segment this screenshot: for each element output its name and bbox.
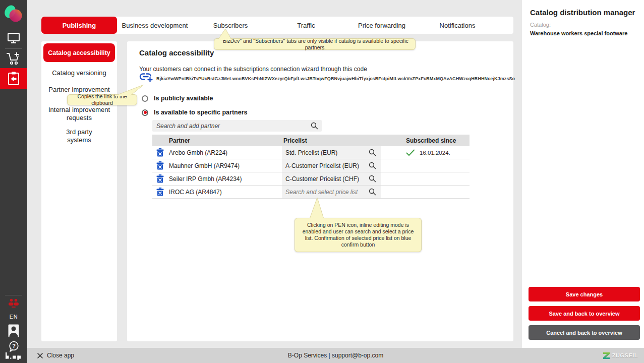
- avatar-icon[interactable]: [0, 323, 27, 338]
- partner-name: IROC AG (AR4847): [167, 189, 282, 196]
- tab-bar: Publishing Business development Subscrib…: [41, 17, 513, 34]
- nav-item-label: 3rd party systems: [59, 128, 99, 144]
- check-icon: [406, 149, 415, 156]
- language-switch[interactable]: EN: [0, 312, 27, 322]
- pricelist-search-icon[interactable]: [369, 162, 376, 169]
- sidebar-divider: [5, 295, 22, 295]
- zugseil-logo-icon: [603, 352, 610, 359]
- language-label: EN: [10, 314, 18, 320]
- search-icon[interactable]: [311, 122, 318, 130]
- tab-label: Price forwarding: [358, 22, 405, 29]
- team-icon[interactable]: [0, 298, 27, 309]
- bop-logo: [0, 351, 27, 361]
- pricelist-search-icon[interactable]: [369, 149, 376, 156]
- pricelist-value: C-Customer Pricelist (CHF): [285, 175, 359, 183]
- partner-name: Mauhner GmbH (AR9474): [167, 162, 282, 169]
- tabs-visibility-tooltip: "BizDev" and "Subscribers" tabs are only…: [214, 38, 416, 50]
- zugseil-brand-name: ZUGSEIL: [612, 352, 638, 358]
- tab-label: Business development: [122, 22, 188, 29]
- main-panel: Catalog accessibility Your customers can…: [127, 41, 513, 341]
- partner-search: [152, 120, 322, 132]
- tab-label: Traffic: [297, 22, 315, 29]
- tooltip-text: "BizDev" and "Subscribers" tabs are only…: [214, 38, 415, 51]
- panel-title: Catalog distribution manager: [530, 8, 635, 17]
- copy-link-icon[interactable]: [139, 72, 153, 83]
- svg-text:?: ?: [12, 343, 16, 349]
- col-pricelist: Pricelist: [282, 135, 406, 146]
- delete-partner-icon[interactable]: [156, 188, 164, 196]
- footer-bar: Close app B-Op Services | support@b-op.c…: [27, 348, 644, 363]
- tab-label: Notifications: [440, 22, 476, 29]
- radio-label: Is publicly available: [154, 95, 213, 102]
- table-row: Arebo Gmbh (AR224) Std. Pricelist (EUR) …: [152, 146, 470, 159]
- nav-item-label: Catalog versioning: [52, 69, 106, 77]
- left-nav: Catalog accessibility Catalog versioning…: [41, 41, 117, 341]
- table-row: Mauhner GmbH (AR9474) A-Customer Priceli…: [152, 159, 470, 172]
- zugseil-brand: ZUGSEIL: [603, 348, 638, 363]
- sidebar-divider: [5, 48, 22, 49]
- pricelist-cell[interactable]: Std. Pricelist (EUR): [282, 146, 381, 159]
- monitor-icon[interactable]: [0, 30, 27, 46]
- partner-search-input[interactable]: [156, 120, 308, 132]
- radio-circle[interactable]: [142, 95, 148, 102]
- radio-specific-partners[interactable]: Is available to specific partners: [142, 109, 248, 116]
- app-sidebar: EN ?: [0, 0, 27, 363]
- app-logo[interactable]: [0, 3, 27, 25]
- tab-traffic[interactable]: Traffic: [268, 17, 344, 34]
- tab-publishing[interactable]: Publishing: [41, 17, 117, 34]
- catalog-return-icon: [7, 71, 21, 86]
- subscribed-date: 16.01.2024.: [420, 150, 450, 156]
- pricelist-placeholder: Search and select price list: [285, 189, 358, 196]
- tooltip-text: Clicking on PEN icon, inline editing mod…: [303, 222, 414, 248]
- radio-circle-selected[interactable]: [142, 109, 148, 116]
- partner-table: Partner Pricelist Subscribed since Arebo…: [152, 135, 470, 199]
- radio-label: Is available to specific partners: [154, 109, 248, 116]
- pricelist-cell[interactable]: A-Customer Pricelist (EUR): [282, 159, 381, 172]
- service-info: B-Op Services | support@b-op.com: [27, 348, 644, 363]
- page-title: Catalog accessibility: [139, 48, 214, 57]
- tab-subscribers[interactable]: Subscribers: [193, 17, 268, 34]
- partner-name: Seiler IRP Gmbh (AR4234): [167, 175, 282, 183]
- connection-code-hint: Your customers can connect in the subscr…: [139, 66, 367, 73]
- catalog-name: Warehouse workers special footware: [530, 30, 627, 36]
- save-and-back-button[interactable]: Save and back to overview: [529, 306, 640, 321]
- cart-add-icon[interactable]: [0, 50, 27, 68]
- connection-code: RjkiaYwWPntBkiTsPUcRstGzJMeLwnnBVKsPhNtZ…: [156, 76, 515, 81]
- table-row: Seiler IRP Gmbh (AR4234) C-Customer Pric…: [152, 172, 470, 186]
- tab-notifications[interactable]: Notifications: [420, 17, 495, 34]
- nav-item-internal-improvement-requests[interactable]: Internal improvement requests: [41, 106, 117, 122]
- pricelist-value: A-Customer Pricelist (EUR): [285, 162, 359, 169]
- pricelist-search-icon[interactable]: [369, 175, 376, 183]
- tab-label: Subscribers: [213, 22, 248, 29]
- delete-partner-icon[interactable]: [156, 148, 164, 157]
- tab-label: Publishing: [63, 22, 96, 29]
- sidebar-item-catalog-active[interactable]: [0, 68, 27, 89]
- save-changes-button[interactable]: Save changes: [529, 287, 640, 301]
- nav-item-label: Catalog accessibility: [48, 49, 110, 56]
- tab-business-development[interactable]: Business development: [117, 17, 193, 34]
- cancel-and-back-button[interactable]: Cancel and back to overview: [529, 325, 640, 340]
- pricelist-search-cell[interactable]: Search and select price list: [282, 186, 381, 198]
- nav-item-label: Partner improvement: [48, 86, 109, 94]
- nav-item-catalog-versioning[interactable]: Catalog versioning: [41, 69, 117, 77]
- tooltip-text: Copies the link to the clipboard: [68, 93, 137, 106]
- nav-item-3rd-party-systems[interactable]: 3rd party systems: [41, 128, 117, 144]
- table-row: IROC AG (AR4847) Search and select price…: [152, 186, 470, 199]
- delete-partner-icon[interactable]: [156, 161, 164, 170]
- col-subscribed-since: Subscribed since: [406, 137, 470, 144]
- table-header: Partner Pricelist Subscribed since: [152, 135, 470, 146]
- pricelist-search-icon[interactable]: [369, 188, 376, 196]
- col-partner: Partner: [167, 137, 282, 144]
- nav-item-label: Internal improvement requests: [44, 106, 114, 122]
- delete-partner-icon[interactable]: [156, 174, 164, 183]
- pricelist-value: Std. Pricelist (EUR): [285, 149, 337, 156]
- right-panel: Catalog distribution manager Catalog: Wa…: [522, 0, 644, 348]
- pricelist-cell[interactable]: C-Customer Pricelist (CHF): [282, 172, 381, 185]
- radio-publicly-available[interactable]: Is publicly available: [142, 95, 213, 102]
- tab-price-forwarding[interactable]: Price forwarding: [344, 17, 420, 34]
- nav-item-partner-improvement[interactable]: Partner improvement: [41, 86, 117, 94]
- pen-edit-tooltip: Clicking on PEN icon, inline editing mod…: [295, 218, 422, 252]
- nav-item-catalog-accessibility[interactable]: Catalog accessibility: [43, 43, 115, 62]
- app-logo-icon: [4, 4, 23, 24]
- partner-name: Arebo Gmbh (AR224): [167, 149, 282, 156]
